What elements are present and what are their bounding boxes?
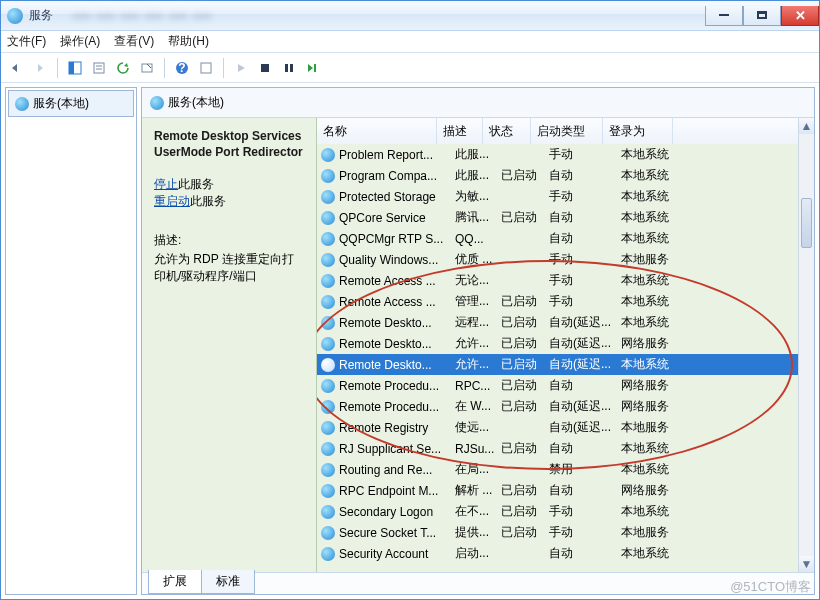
cell-desc: 在局... — [455, 461, 501, 478]
col-status[interactable]: 状态 — [483, 118, 531, 145]
cell-logon: 本地系统 — [621, 230, 691, 247]
service-row[interactable]: Quality Windows...优质 ...手动本地服务 — [317, 249, 798, 270]
service-row[interactable]: Remote Registry使远...自动(延迟...本地服务 — [317, 417, 798, 438]
watermark: @51CTO博客 — [730, 578, 811, 596]
start-service-button[interactable] — [230, 57, 252, 79]
service-row[interactable]: QQPCMgr RTP S...QQ...自动本地系统 — [317, 228, 798, 249]
service-row[interactable]: Remote Deskto...允许...已启动自动(延迟...网络服务 — [317, 333, 798, 354]
help-button[interactable]: ? — [171, 57, 193, 79]
service-row[interactable]: Remote Procedu...在 W...已启动自动(延迟...网络服务 — [317, 396, 798, 417]
cell-logon: 本地系统 — [621, 356, 691, 373]
col-logon-as[interactable]: 登录为 — [603, 118, 673, 145]
col-startup-type[interactable]: 启动类型 — [531, 118, 603, 145]
svg-rect-1 — [69, 62, 74, 74]
scroll-up-button[interactable]: ▲ — [799, 118, 814, 134]
scroll-thumb[interactable] — [801, 198, 812, 248]
refresh-button[interactable] — [112, 57, 134, 79]
cell-name: Remote Procedu... — [339, 379, 455, 393]
svg-rect-11 — [290, 64, 293, 72]
menu-view[interactable]: 查看(V) — [114, 33, 154, 50]
service-row[interactable]: Remote Procedu...RPC...已启动自动网络服务 — [317, 375, 798, 396]
cell-name: Remote Deskto... — [339, 358, 455, 372]
svg-rect-5 — [142, 64, 152, 72]
properties-button[interactable] — [88, 57, 110, 79]
show-hide-tree-button[interactable] — [64, 57, 86, 79]
cell-desc: 为敏... — [455, 188, 501, 205]
service-row[interactable]: Remote Access ...无论...手动本地系统 — [317, 270, 798, 291]
cell-status: 已启动 — [501, 314, 549, 331]
restart-service-button[interactable] — [302, 57, 324, 79]
cell-status: 已启动 — [501, 482, 549, 499]
restart-service-link[interactable]: 重启动 — [154, 194, 190, 208]
service-row[interactable]: Secondary Logon在不...已启动手动本地系统 — [317, 501, 798, 522]
vertical-scrollbar[interactable]: ▲ ▼ — [798, 118, 814, 572]
export-button[interactable] — [136, 57, 158, 79]
restart-suffix: 此服务 — [190, 194, 226, 208]
cell-name: QPCore Service — [339, 211, 455, 225]
scroll-down-button[interactable]: ▼ — [799, 556, 814, 572]
tab-standard[interactable]: 标准 — [201, 570, 255, 594]
cell-status: 已启动 — [501, 440, 549, 457]
gear-icon — [321, 463, 335, 477]
svg-rect-0 — [69, 62, 81, 74]
cell-desc: 此服... — [455, 146, 501, 163]
col-description[interactable]: 描述 — [437, 118, 483, 145]
service-row[interactable]: Security Account启动...自动本地系统 — [317, 543, 798, 564]
window-controls: ✕ — [705, 6, 819, 26]
menu-action[interactable]: 操作(A) — [60, 33, 100, 50]
forward-button[interactable] — [29, 57, 51, 79]
service-row[interactable]: RPC Endpoint M...解析 ...已启动自动网络服务 — [317, 480, 798, 501]
gear-icon — [321, 253, 335, 267]
cell-logon: 本地服务 — [621, 419, 691, 436]
service-row[interactable]: Routing and Re...在局...禁用本地系统 — [317, 459, 798, 480]
stop-service-link[interactable]: 停止 — [154, 177, 178, 191]
cell-name: Quality Windows... — [339, 253, 455, 267]
cell-desc: 允许... — [455, 335, 501, 352]
cell-logon: 本地系统 — [621, 293, 691, 310]
cell-logon: 网络服务 — [621, 398, 691, 415]
gear-icon — [321, 379, 335, 393]
service-row[interactable]: Program Compa...此服...已启动自动本地系统 — [317, 165, 798, 186]
nav-item-local-services[interactable]: 服务(本地) — [8, 90, 134, 117]
gear-icon — [321, 337, 335, 351]
svg-point-6 — [176, 62, 188, 74]
cell-startup: 自动(延迟... — [549, 335, 621, 352]
service-row[interactable]: Remote Access ...管理...已启动手动本地系统 — [317, 291, 798, 312]
service-row[interactable]: QPCore Service腾讯...已启动自动本地系统 — [317, 207, 798, 228]
stop-service-button[interactable] — [254, 57, 276, 79]
gear-icon — [321, 505, 335, 519]
cell-name: Program Compa... — [339, 169, 455, 183]
minimize-button[interactable] — [705, 6, 743, 26]
menu-file[interactable]: 文件(F) — [7, 33, 46, 50]
cell-desc: 此服... — [455, 167, 501, 184]
menu-help[interactable]: 帮助(H) — [168, 33, 209, 50]
maximize-button[interactable] — [743, 6, 781, 26]
gear-icon — [321, 190, 335, 204]
services-list[interactable]: Problem Report...此服...手动本地系统Program Comp… — [317, 144, 798, 572]
pause-service-button[interactable] — [278, 57, 300, 79]
cell-status: 已启动 — [501, 293, 549, 310]
cell-startup: 手动 — [549, 503, 621, 520]
service-row[interactable]: Secure Socket T...提供...已启动手动本地服务 — [317, 522, 798, 543]
service-row[interactable]: Remote Deskto...允许...已启动自动(延迟...本地系统 — [317, 354, 798, 375]
cell-logon: 本地系统 — [621, 209, 691, 226]
cell-name: Remote Procedu... — [339, 400, 455, 414]
description-label: 描述: — [154, 232, 304, 249]
service-row[interactable]: Problem Report...此服...手动本地系统 — [317, 144, 798, 165]
cell-startup: 手动 — [549, 188, 621, 205]
service-row[interactable]: RJ Supplicant Se...RJSu...已启动自动本地系统 — [317, 438, 798, 459]
tab-extended[interactable]: 扩展 — [148, 570, 202, 594]
cell-status: 已启动 — [501, 377, 549, 394]
service-row[interactable]: Remote Deskto...远程...已启动自动(延迟...本地系统 — [317, 312, 798, 333]
close-button[interactable]: ✕ — [781, 6, 819, 26]
titlebar[interactable]: 服务 ▪▪▪ ▪▪▪ ▪▪▪ ▪▪▪ ▪▪▪ ▪▪▪ ✕ — [1, 1, 819, 31]
toolbar-extra-button[interactable] — [195, 57, 217, 79]
back-button[interactable] — [5, 57, 27, 79]
service-row[interactable]: Protected Storage为敏...手动本地系统 — [317, 186, 798, 207]
col-name[interactable]: 名称 — [317, 118, 437, 145]
tab-strip: 扩展 标准 — [142, 572, 814, 594]
stop-suffix: 此服务 — [178, 177, 214, 191]
cell-logon: 本地系统 — [621, 545, 691, 562]
cell-desc: 腾讯... — [455, 209, 501, 226]
cell-name: RJ Supplicant Se... — [339, 442, 455, 456]
